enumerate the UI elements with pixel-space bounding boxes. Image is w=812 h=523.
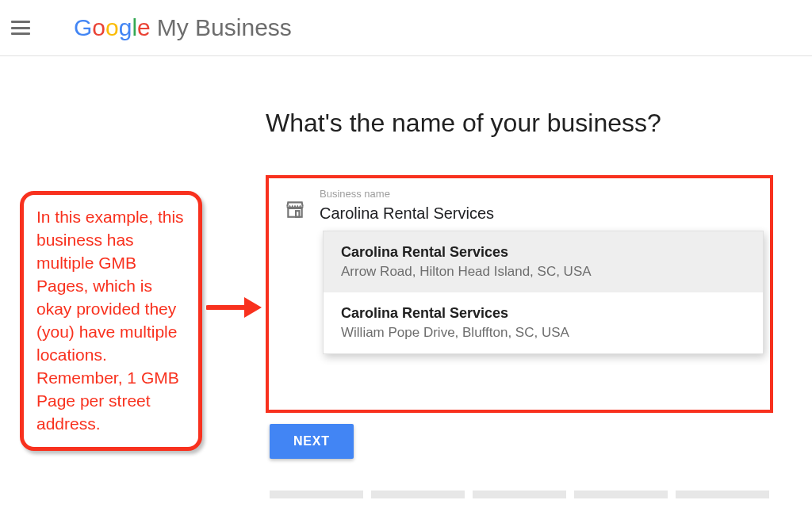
svg-rect-3 [296,211,299,217]
suggestion-name: Carolina Rental Services [341,305,745,322]
suggestion-dropdown: Carolina Rental Services Arrow Road, Hil… [323,231,764,354]
google-my-business-logo[interactable]: Google My Business [74,14,292,41]
progress-indicator [270,491,769,498]
progress-segment [574,491,668,498]
annotation-callout: In this example, this business has multi… [20,191,202,451]
svg-marker-1 [244,297,262,318]
progress-segment [371,491,465,498]
business-name-card: Business name Carolina Rental Services A… [266,175,773,413]
app-header: Google My Business [0,0,812,56]
annotation-text: In this example, this business has multi… [36,208,184,433]
google-wordmark: Google [74,14,151,41]
main-stage: What's the name of your business? In thi… [0,56,812,523]
next-button[interactable]: NEXT [270,424,354,459]
progress-segment [676,491,769,498]
suggestion-address: Arrow Road, Hilton Head Island, SC, USA [341,264,745,280]
suggestion-item[interactable]: Carolina Rental Services William Pope Dr… [324,292,763,353]
suggestion-address: William Pope Drive, Bluffton, SC, USA [341,325,745,341]
field-label: Business name [320,188,754,200]
arrow-icon [206,294,262,324]
progress-segment [473,491,566,498]
business-name-input[interactable] [320,203,733,228]
page-title: What's the name of your business? [266,109,764,138]
progress-segment [270,491,363,498]
store-icon [285,199,305,223]
suggestion-item[interactable]: Carolina Rental Services Arrow Road, Hil… [324,231,763,292]
menu-icon[interactable] [11,21,30,35]
product-name: My Business [157,14,292,41]
suggestion-name: Carolina Rental Services [341,244,745,261]
